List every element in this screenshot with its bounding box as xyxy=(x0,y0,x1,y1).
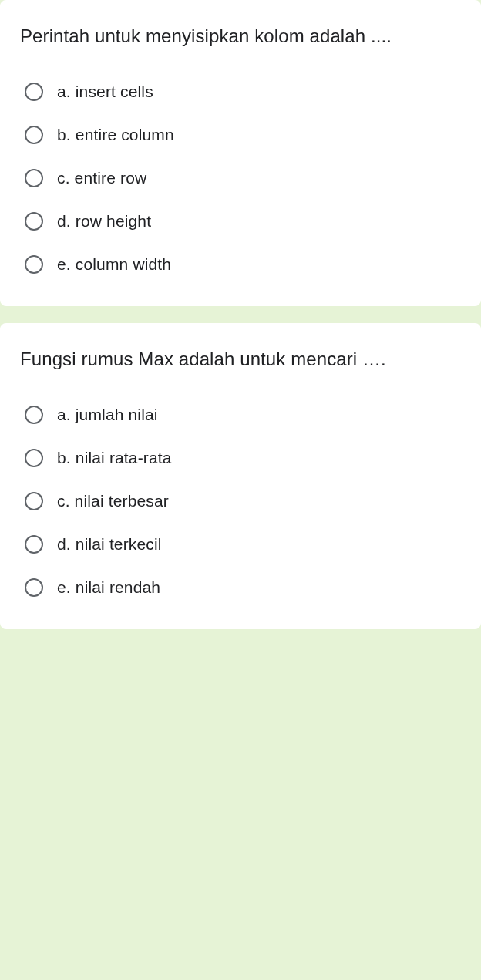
options-group: a. jumlah nilai b. nilai rata-rata c. ni… xyxy=(20,396,461,606)
option-label: b. nilai rata-rata xyxy=(57,449,172,467)
option-label: a. insert cells xyxy=(57,83,153,101)
option-c[interactable]: c. nilai terbesar xyxy=(25,483,461,520)
option-a[interactable]: a. insert cells xyxy=(25,73,461,110)
option-label: a. jumlah nilai xyxy=(57,406,158,424)
option-label: d. nilai terkecil xyxy=(57,535,162,554)
option-label: b. entire column xyxy=(57,126,174,144)
radio-icon xyxy=(25,578,43,597)
option-label: c. nilai terbesar xyxy=(57,492,169,510)
option-label: d. row height xyxy=(57,212,151,231)
option-label: e. column width xyxy=(57,255,171,274)
radio-icon xyxy=(25,449,43,467)
option-e[interactable]: e. column width xyxy=(25,246,461,283)
radio-icon xyxy=(25,83,43,101)
question-prompt: Perintah untuk menyisipkan kolom adalah … xyxy=(20,22,461,50)
radio-icon xyxy=(25,492,43,510)
option-a[interactable]: a. jumlah nilai xyxy=(25,396,461,433)
radio-icon xyxy=(25,406,43,424)
option-b[interactable]: b. nilai rata-rata xyxy=(25,439,461,477)
radio-icon xyxy=(25,212,43,231)
radio-icon xyxy=(25,535,43,554)
option-e[interactable]: e. nilai rendah xyxy=(25,569,461,606)
options-group: a. insert cells b. entire column c. enti… xyxy=(20,73,461,283)
radio-icon xyxy=(25,255,43,274)
option-b[interactable]: b. entire column xyxy=(25,116,461,153)
radio-icon xyxy=(25,169,43,187)
question-prompt: Fungsi rumus Max adalah untuk mencari …. xyxy=(20,345,461,373)
option-label: e. nilai rendah xyxy=(57,578,160,597)
question-card: Fungsi rumus Max adalah untuk mencari ….… xyxy=(0,323,481,629)
option-label: c. entire row xyxy=(57,169,146,187)
option-d[interactable]: d. row height xyxy=(25,203,461,240)
question-card: Perintah untuk menyisipkan kolom adalah … xyxy=(0,0,481,306)
radio-icon xyxy=(25,126,43,144)
option-c[interactable]: c. entire row xyxy=(25,160,461,197)
option-d[interactable]: d. nilai terkecil xyxy=(25,526,461,563)
